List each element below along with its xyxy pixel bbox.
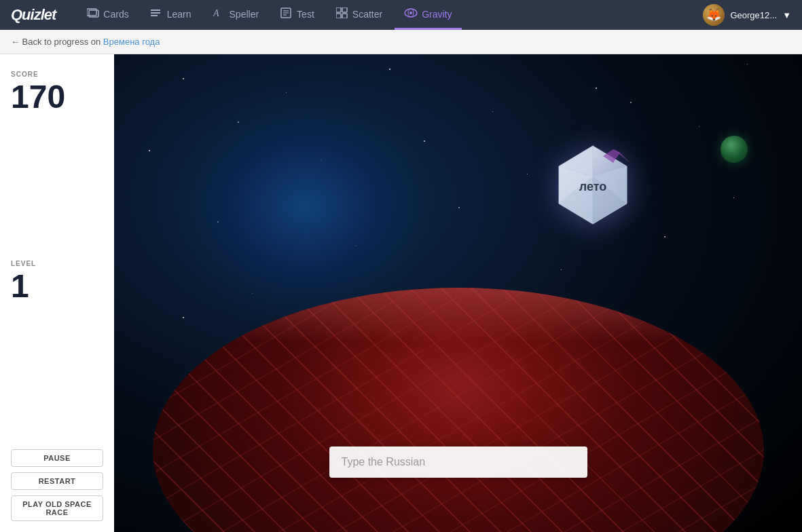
nav-label-speller: Speller <box>230 9 259 20</box>
test-icon <box>280 7 293 21</box>
navigation: Quizlet Cards Learn A Speller <box>0 0 802 30</box>
sidebar-buttons: PAUSE RESTART PLAY OLD SPACE RACE <box>11 449 103 521</box>
nav-label-scatter: Scatter <box>352 9 382 20</box>
cards-icon <box>87 8 99 20</box>
answer-input-container <box>329 446 587 478</box>
score-value: 170 <box>11 81 103 113</box>
speller-icon: A <box>213 7 225 21</box>
score-section: SCORE 170 <box>11 71 103 113</box>
planet-glow <box>153 288 764 342</box>
gem-shape: лето <box>549 142 637 231</box>
game-area: лето <box>114 54 802 532</box>
username: George12... <box>730 10 777 20</box>
user-menu[interactable]: 🦊 George12... ▼ <box>703 4 791 26</box>
svg-rect-10 <box>336 7 341 12</box>
nav-label-learn: Learn <box>167 9 192 20</box>
svg-point-16 <box>409 12 412 14</box>
avatar: 🦊 <box>703 4 725 26</box>
quizlet-logo[interactable]: Quizlet <box>11 6 56 24</box>
answer-input[interactable] <box>329 446 587 478</box>
level-value: 1 <box>11 270 103 303</box>
svg-rect-13 <box>342 14 347 18</box>
svg-text:A: A <box>213 8 219 18</box>
nav-label-cards: Cards <box>103 9 128 20</box>
breadcrumb: ← Back to progress on Времена года <box>0 30 802 54</box>
level-label: LEVEL <box>11 260 103 267</box>
svg-rect-11 <box>342 7 347 12</box>
small-planet <box>721 136 748 163</box>
level-section: LEVEL 1 <box>11 260 103 303</box>
set-link[interactable]: Времена года <box>103 37 160 47</box>
nav-item-gravity[interactable]: Gravity <box>395 0 461 30</box>
play-old-space-race-button[interactable]: PLAY OLD SPACE RACE <box>11 495 103 521</box>
gravity-icon <box>404 7 418 21</box>
sidebar: SCORE 170 LEVEL 1 PAUSE RESTART PLAY OLD… <box>0 54 114 532</box>
nav-label-gravity: Gravity <box>422 9 452 20</box>
back-text: ← Back to progress on <box>11 37 101 47</box>
avatar-image: 🦊 <box>703 4 725 26</box>
nav-item-speller[interactable]: A Speller <box>204 0 269 30</box>
nav-item-learn[interactable]: Learn <box>141 0 201 30</box>
nav-items: Cards Learn A Speller Test <box>77 0 703 30</box>
restart-button[interactable]: RESTART <box>11 472 103 490</box>
floating-gem: лето <box>549 142 637 231</box>
planet <box>153 288 764 532</box>
pause-button[interactable]: PAUSE <box>11 449 103 467</box>
nav-item-test[interactable]: Test <box>271 0 324 30</box>
svg-rect-12 <box>336 14 341 18</box>
nav-item-cards[interactable]: Cards <box>77 0 138 30</box>
main-layout: SCORE 170 LEVEL 1 PAUSE RESTART PLAY OLD… <box>0 54 802 532</box>
nav-label-test: Test <box>297 9 314 20</box>
nav-item-scatter[interactable]: Scatter <box>327 0 392 30</box>
scatter-icon <box>336 7 348 21</box>
score-label: SCORE <box>11 71 103 78</box>
chevron-down-icon: ▼ <box>782 10 791 20</box>
learn-icon <box>151 8 163 20</box>
